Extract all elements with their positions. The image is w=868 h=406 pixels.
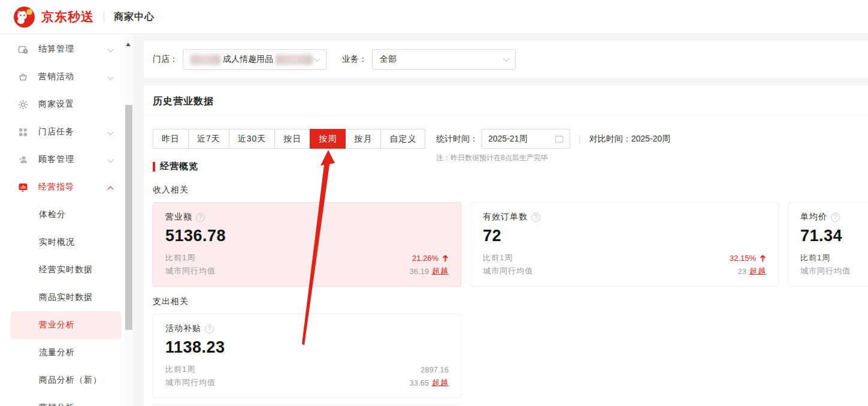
portal-title: 商家中心	[114, 11, 155, 23]
card-value: 5136.78	[165, 227, 449, 245]
tab-last-7-days[interactable]: 近7天	[188, 129, 229, 149]
redacted-text-block	[190, 55, 220, 65]
store-select[interactable]: 成人情趣用品	[183, 49, 326, 70]
beyond-badge[interactable]: 超越	[432, 266, 449, 276]
sidebar-subitem-product-analysis-new[interactable]: 商品分析（新）	[11, 366, 121, 394]
tab-yesterday[interactable]: 昨日	[153, 129, 189, 149]
chevron-down-icon	[108, 157, 114, 163]
scroll-up-arrow-icon[interactable]	[126, 43, 131, 46]
compare-time-text: 对比时间：2025-20周	[589, 134, 670, 145]
metric-label: 城市同行均值	[165, 266, 216, 276]
stat-time-row: 统计时间： 2025-21周 | 对比时间：2025-20周	[436, 129, 670, 149]
tab-by-month[interactable]: 按月	[345, 129, 381, 149]
top-header: 京东秒送 商家中心	[0, 0, 868, 34]
basket-icon	[18, 72, 28, 82]
chevron-up-icon	[108, 187, 114, 193]
scrollbar-thumb[interactable]	[125, 105, 132, 330]
chevron-down-icon	[314, 55, 320, 62]
chevron-down-icon	[108, 74, 114, 80]
help-icon[interactable]	[831, 213, 840, 222]
sidebar-item-label: 营销活动	[38, 71, 74, 82]
sidebar-item-settings[interactable]: 商家设置	[0, 91, 133, 118]
stat-separator: |	[579, 134, 581, 144]
metric-card-valid-orders[interactable]: 有效订单数 72 比前1周 32.15%	[470, 202, 779, 287]
section-marker-bar	[153, 162, 155, 172]
sidebar-item-label: 结算管理	[38, 44, 74, 55]
tab-by-day[interactable]: 按日	[274, 129, 310, 149]
sidebar-item-store-tasks[interactable]: 门店任务	[0, 118, 133, 146]
sidebar-item-marketing[interactable]: 营销活动	[0, 63, 133, 91]
sidebar-scrollbar[interactable]	[124, 34, 133, 406]
sidebar-item-settlement[interactable]: 结算管理	[0, 35, 133, 63]
sidebar-subitem-label: 商品实时数据	[39, 292, 93, 303]
rise-arrow-icon	[759, 254, 766, 262]
tab-custom[interactable]: 自定义	[380, 129, 425, 149]
sidebar-item-business-guidance[interactable]: 经营指导	[0, 173, 133, 201]
chevron-down-icon	[503, 55, 510, 62]
calendar-icon	[555, 134, 564, 143]
metric-label: 城市同行均值	[483, 266, 533, 276]
business-label: 业务：	[342, 54, 367, 65]
help-icon[interactable]	[531, 213, 540, 222]
sidebar-item-label: 顾客管理	[38, 154, 74, 165]
metric-peer-value: 36.19	[409, 267, 429, 276]
date-range-tabs: 昨日 近7天 近30天 按日 按周 按月 自定义	[153, 129, 425, 149]
help-icon[interactable]	[205, 324, 214, 333]
tab-by-week[interactable]: 按周	[310, 129, 346, 149]
sidebar-subitem-marketing-analysis[interactable]: 营销分析	[11, 394, 121, 406]
header-divider	[104, 11, 104, 23]
card-title: 活动补贴	[165, 323, 201, 334]
business-select[interactable]: 全部	[372, 49, 516, 70]
beyond-badge[interactable]: 超越	[749, 266, 766, 276]
metric-card-activity-subsidy[interactable]: 活动补贴 1138.23 比前1周 2897.16 城市同行均值 33.65	[153, 314, 461, 398]
sidebar-item-label: 商家设置	[38, 99, 74, 110]
metric-label: 比前1周	[800, 252, 830, 263]
sidebar-subitem-operation-realtime-data[interactable]: 经营实时数据	[11, 256, 121, 284]
expense-cards-row: 活动补贴 1138.23 比前1周 2897.16 城市同行均值 33.65	[153, 314, 461, 398]
sidebar-subitem-traffic-analysis[interactable]: 流量分析	[11, 339, 121, 366]
metric-card-avg-order-price[interactable]: 单均价 71.34 比前1周 城市同行均值	[788, 202, 868, 287]
metric-peer-value: 33.65	[409, 378, 429, 387]
sidebar-subitem-product-realtime-data[interactable]: 商品实时数据	[11, 284, 121, 311]
stat-time-label: 统计时间：	[436, 134, 478, 145]
card-title: 有效订单数	[483, 212, 528, 222]
metric-label: 城市同行均值	[165, 377, 216, 388]
sidebar-item-label: 经营指导	[38, 182, 74, 193]
metric-peer-value: 23	[738, 267, 746, 276]
metric-label: 比前1周	[483, 252, 513, 263]
beyond-badge[interactable]: 超越	[432, 377, 449, 388]
income-cards-row: 营业额 5136.78 比前1周 21.26%	[153, 202, 868, 287]
history-business-data-panel: 历史营业数据 昨日 近7天 近30天 按日 按周 按月 自定义 统计时间： 20…	[144, 85, 868, 406]
help-icon[interactable]	[196, 213, 205, 222]
grid-icon	[18, 127, 28, 137]
metric-card-revenue[interactable]: 营业额 5136.78 比前1周 21.26%	[153, 202, 461, 287]
expense-section-label: 支出相关	[153, 296, 189, 307]
sidebar-item-customers[interactable]: 顾客管理	[0, 146, 133, 173]
store-select-value: 成人情趣用品	[223, 54, 273, 65]
sidebar-subitem-label: 流量分析	[39, 347, 75, 358]
wallet-icon	[18, 44, 28, 55]
store-filter-bar: 门店： 成人情趣用品 业务： 全部	[144, 41, 868, 78]
brand-name: 京东秒送	[41, 8, 94, 25]
sidebar-subitem-realtime-overview[interactable]: 实时概况	[11, 228, 121, 256]
stat-time-picker[interactable]: 2025-21周	[482, 129, 570, 149]
sidebar-subitem-health-score[interactable]: 体检分	[11, 201, 121, 228]
sidebar-subitem-label: 经营实时数据	[39, 264, 93, 275]
metric-change-value: 2897.16	[421, 365, 449, 374]
income-section-label: 收入相关	[153, 185, 189, 196]
metric-label: 比前1周	[165, 252, 195, 263]
panel-divider	[144, 115, 868, 116]
sidebar-subitem-label: 营销分析	[39, 402, 75, 406]
sidebar-subitem-label: 商品分析（新）	[39, 375, 102, 386]
stat-time-value: 2025-21周	[488, 134, 527, 145]
overview-title: 经营概览	[160, 161, 198, 172]
sidebar-item-label: 门店任务	[38, 127, 74, 137]
business-select-value: 全部	[380, 54, 397, 65]
tab-last-30-days[interactable]: 近30天	[229, 129, 276, 149]
card-title: 营业额	[165, 212, 192, 222]
users-icon	[18, 155, 28, 165]
sidebar-subitem-business-analysis[interactable]: 营业分析	[11, 311, 121, 339]
chart-icon	[18, 182, 28, 193]
chevron-down-icon	[108, 47, 114, 53]
redacted-text-block	[276, 55, 313, 65]
